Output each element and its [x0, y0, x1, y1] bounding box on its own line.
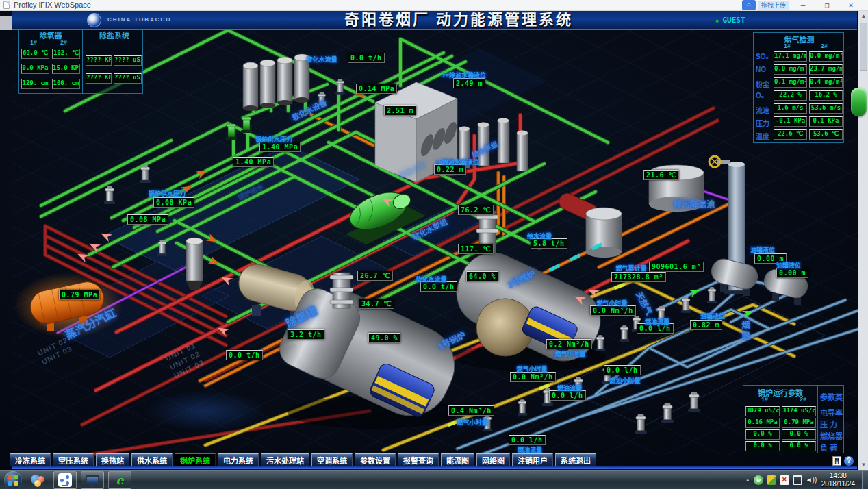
led-value: 22.6 ℃: [774, 129, 807, 140]
led-value: 102. ℃: [52, 49, 80, 59]
nav-button-锅炉系统[interactable]: 锅炉系统: [175, 453, 216, 466]
taskbar-ie-icon[interactable]: e: [108, 471, 131, 489]
led-value: 15.0 KPa: [52, 64, 80, 74]
page-icon: [3, 1, 10, 9]
nav-button-报警查询[interactable]: 报警查询: [398, 453, 439, 466]
deaerator-panel: 除氧器1#2#69.0 ℃102. ℃0.0 KPa15.0 KPa129. c…: [18, 27, 143, 94]
taskbar-clock[interactable]: 14:38 2018/11/24: [821, 472, 855, 488]
win-flag-blue: [8, 481, 12, 486]
taskbar-remote-desktop-icon[interactable]: [81, 471, 104, 489]
clock-time: 14:38: [821, 472, 855, 480]
led-value: 0.1 mg/m³: [774, 77, 807, 88]
start-button[interactable]: [4, 471, 22, 489]
led-value: 22.2 %: [774, 90, 807, 101]
led-value: 69.0 ℃: [21, 49, 49, 59]
taskbar: e ▲ e ✕ ◄)) 14:38 2018/11/24: [0, 470, 868, 489]
m-indicator[interactable]: M: [832, 456, 841, 466]
scroll-down-icon[interactable]: ▼: [858, 460, 868, 470]
nav-button-参数设置[interactable]: 参数设置: [355, 453, 396, 466]
ball-yellow: [34, 480, 41, 487]
taskbar-share-app-icon[interactable]: [53, 471, 77, 489]
led-value: ???? KPa: [86, 73, 112, 84]
led-value: 1.6 m/s: [774, 103, 807, 114]
scroll-thumb[interactable]: [860, 23, 867, 71]
tray-window-icon[interactable]: [793, 475, 802, 485]
led-value: 16.2 %: [809, 90, 843, 101]
led-value: ???? uS/cm: [114, 55, 142, 66]
china-tobacco-logo-icon: [87, 13, 101, 27]
led-value: ???? KPa: [86, 55, 112, 66]
browser-titlebar: Proficy iFIX WebSpace ∴ 拖拽上传 — ❐ ✕: [0, 0, 868, 11]
green-e-glyph: e: [116, 473, 124, 487]
tray-expand-icon[interactable]: ▲: [745, 477, 750, 482]
share-card: [58, 473, 72, 487]
drag-upload-button[interactable]: 拖拽上传: [758, 1, 789, 10]
panel-title: 烟气检测: [754, 34, 845, 45]
nav-button-空压系统[interactable]: 空压系统: [53, 453, 94, 466]
nav-button-注销用户[interactable]: 注销用户: [512, 453, 553, 466]
led-value: 0.16 MPa: [745, 418, 780, 428]
scroll-up-icon[interactable]: ▲: [858, 11, 868, 21]
minimize-button[interactable]: —: [794, 0, 812, 10]
browser-speed-ball[interactable]: [851, 88, 867, 116]
led-value: 3079 uS/cm: [745, 406, 780, 416]
desalt-water-tank: [375, 82, 459, 182]
led-value: 23.7 mg/m³: [809, 64, 843, 75]
win-flag-green: [14, 475, 18, 479]
screen: Proficy iFIX WebSpace ∴ 拖拽上传 — ❐ ✕ CHINA…: [0, 0, 868, 489]
nav-button-电力系统[interactable]: 电力系统: [218, 453, 259, 466]
window-title: Proficy iFIX WebSpace: [14, 1, 91, 9]
tray-security-icon[interactable]: [767, 475, 776, 485]
close-button[interactable]: ✕: [842, 0, 860, 10]
show-desktop-button[interactable]: [862, 471, 868, 489]
user-status-icon: ◆: [715, 17, 719, 24]
user-badge: ◆GUEST: [715, 16, 745, 25]
tray-browser-icon[interactable]: e: [754, 475, 763, 485]
help-icon[interactable]: ?: [844, 456, 854, 466]
led-value: 0.79 MPa: [782, 418, 816, 428]
led-value: 100. cm: [52, 79, 80, 89]
panel-title: 除盐系统: [85, 29, 144, 40]
blowdown-pool: [649, 165, 704, 212]
panel-title: 除氧器: [19, 29, 82, 40]
nav-button-空调系统[interactable]: 空调系统: [311, 453, 353, 466]
system-navbar: 冷冻系统空压系统换热站供水系统锅炉系统电力系统污水处理站空调系统参数设置报警查询…: [10, 453, 596, 467]
restore-button[interactable]: ❐: [818, 0, 836, 10]
flue-gas-panel: 烟气检测1#2#SO₂17.1 mg/m³0.0 mg/m³NO0.0 mg/m…: [753, 32, 844, 143]
page-title: 奇阳卷烟厂 动力能源管理系统: [344, 11, 573, 29]
led-value: 53.6 ℃: [809, 129, 843, 140]
led-value: 0.0 mg/m³: [774, 64, 807, 75]
led-value: 0.0 %: [782, 441, 816, 451]
boiler-params-panel: 锅炉运行参数1#2#参数类3079 uS/cm3174 uS/cm电导率0.16…: [743, 385, 844, 453]
dosing-column: [186, 238, 203, 290]
nav-button-冷冻系统[interactable]: 冷冻系统: [10, 453, 51, 466]
led-value: ???? uS/cm: [114, 73, 142, 84]
led-value: 0.0 %: [745, 429, 780, 440]
scada-header: CHINA TOBACCO 奇阳卷烟厂 动力能源管理系统 ◆GUEST: [12, 11, 857, 30]
win-flag-yellow: [14, 481, 18, 486]
monitor-glyph: [86, 475, 99, 484]
share-icon[interactable]: ∴: [742, 0, 756, 10]
nav-button-能流图[interactable]: 能流图: [441, 453, 474, 466]
settling-tank: [586, 208, 622, 258]
nav-button-供水系统[interactable]: 供水系统: [131, 453, 173, 466]
steam-header: [14, 273, 123, 338]
led-value: 17.1 mg/m³: [774, 51, 807, 62]
tray-network-error-icon[interactable]: ✕: [780, 475, 789, 485]
tray-volume-icon[interactable]: ◄)): [806, 475, 815, 485]
vertical-scrollbar[interactable]: ▲ ▼: [858, 11, 868, 470]
led-value: 0.0 mg/m³: [809, 51, 843, 62]
brand-text: CHINA TOBACCO: [107, 16, 172, 23]
led-value: 0.4 mg/m³: [809, 77, 843, 88]
nav-button-换热站[interactable]: 换热站: [96, 453, 129, 466]
led-value: 0.1 KPa: [809, 116, 843, 127]
clock-date: 2018/11/24: [821, 480, 855, 488]
led-value: 3174 uS/cm: [782, 406, 816, 416]
system-tray: ▲ e ✕ ◄)) 14:38 2018/11/24: [745, 472, 862, 488]
nav-button-系统退出[interactable]: 系统退出: [555, 453, 596, 466]
win-flag-red: [8, 475, 12, 479]
taskbar-browser-icon[interactable]: [26, 471, 49, 489]
nav-button-污水处理站[interactable]: 污水处理站: [261, 453, 309, 466]
nav-button-网络图[interactable]: 网络图: [476, 453, 510, 466]
led-value: 0.0 KPa: [21, 64, 49, 74]
